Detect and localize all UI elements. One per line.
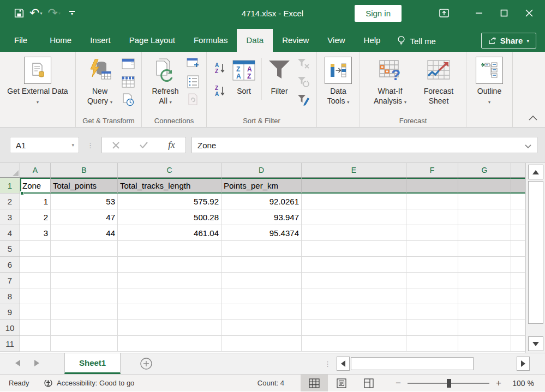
cell-A1[interactable]: Zone [20,178,51,194]
new-sheet-icon[interactable] [140,353,152,374]
cell-C8[interactable] [118,288,221,304]
cell-G9[interactable] [458,304,511,320]
save-icon[interactable] [14,8,24,18]
cell-C9[interactable] [118,304,221,320]
scroll-up-icon[interactable] [528,165,543,179]
cell-E6[interactable] [302,257,406,273]
row-header-10[interactable]: 10 [0,320,20,336]
row-header-3[interactable]: 3 [0,209,20,225]
cell-C11[interactable] [118,336,221,352]
cell-A2[interactable]: 1 [20,194,51,209]
cell-B4[interactable]: 44 [51,225,118,241]
vertical-scroll-thumb[interactable] [528,181,543,324]
sort-descending-icon[interactable]: ZA [213,84,227,98]
cell-H3[interactable] [511,209,525,225]
cell-H9[interactable] [511,304,525,320]
cell-C3[interactable]: 500.28 [118,209,221,225]
tab-formulas[interactable]: Formulas [184,29,237,52]
cell-E10[interactable] [302,320,406,336]
sheet-tab-sheet1[interactable]: Sheet1 [64,353,121,374]
cell-D7[interactable] [221,273,302,288]
maximize-button[interactable] [492,0,517,26]
cell-A11[interactable] [20,336,51,352]
expand-formula-bar-icon[interactable] [525,141,531,150]
cell-D8[interactable] [221,288,302,304]
column-header-G[interactable]: G [458,163,511,178]
cell-F1[interactable] [406,178,458,194]
cell-E7[interactable] [302,273,406,288]
cell-B10[interactable] [51,320,118,336]
cell-D3[interactable]: 93.947 [221,209,302,225]
page-layout-view-icon[interactable] [328,375,355,391]
close-button[interactable] [517,0,542,26]
cell-G8[interactable] [458,288,511,304]
cell-G3[interactable] [458,209,511,225]
cell-C5[interactable] [118,241,221,257]
cell-E1[interactable] [302,178,406,194]
cell-D11[interactable] [221,336,302,352]
cell-H6[interactable] [511,257,525,273]
cancel-icon[interactable] [108,138,124,152]
row-header-11[interactable]: 11 [0,336,20,352]
normal-view-icon[interactable] [301,375,328,391]
cell-C1[interactable]: Total_tracks_length [118,178,221,194]
cell-E3[interactable] [302,209,406,225]
row-header-4[interactable]: 4 [0,225,20,241]
name-box[interactable]: A1 ▾ [10,137,79,153]
cell-H7[interactable] [511,273,525,288]
cell-H8[interactable] [511,288,525,304]
row-header-9[interactable]: 9 [0,304,20,320]
zoom-in-icon[interactable]: + [492,378,506,389]
insert-function-icon[interactable]: fx [164,138,180,152]
cell-D10[interactable] [221,320,302,336]
column-header-A[interactable]: A [20,163,51,178]
cell-A4[interactable]: 3 [20,225,51,241]
enter-icon[interactable] [136,138,152,152]
recent-sources-icon[interactable] [121,93,135,107]
tab-bar-drag-handle[interactable]: ⋮ [324,353,331,374]
row-header-1[interactable]: 1 [0,178,20,194]
cell-A6[interactable] [20,257,51,273]
tab-view[interactable]: View [318,29,354,52]
column-header-C[interactable]: C [118,163,221,178]
from-table-icon[interactable] [121,75,135,89]
data-tools-button[interactable]: Data Tools ▾ [321,55,355,107]
cell-H11[interactable] [511,336,525,352]
cell-G1[interactable] [458,178,511,194]
previous-sheet-icon[interactable] [15,359,20,369]
customize-qat-icon[interactable]: ▾ [69,11,75,15]
cell-G7[interactable] [458,273,511,288]
accessibility-checker[interactable]: Accessibility: Good to go [44,378,134,388]
cell-C6[interactable] [118,257,221,273]
cell-H5[interactable] [511,241,525,257]
cell-G6[interactable] [458,257,511,273]
cell-C10[interactable] [118,320,221,336]
tab-page-layout[interactable]: Page Layout [120,29,184,52]
new-query-button[interactable]: New Query ▾ [80,55,119,107]
fill-handle[interactable] [20,191,24,195]
scroll-right-icon[interactable] [517,357,530,371]
cell-A9[interactable] [20,304,51,320]
tab-data[interactable]: Data [237,29,273,52]
next-sheet-icon[interactable] [34,359,39,369]
cell-F7[interactable] [406,273,458,288]
get-external-data-button[interactable]: Get External Data ▾ [4,55,71,107]
cell-E8[interactable] [302,288,406,304]
cell-B11[interactable] [51,336,118,352]
page-break-preview-icon[interactable] [355,375,382,391]
cell-H2[interactable] [511,194,525,209]
cell-E9[interactable] [302,304,406,320]
row-header-8[interactable]: 8 [0,288,20,304]
horizontal-scrollbar[interactable] [337,353,545,374]
cell-G5[interactable] [458,241,511,257]
tab-file[interactable]: File [1,29,40,52]
cell-A5[interactable] [20,241,51,257]
cell-F8[interactable] [406,288,458,304]
cell-E2[interactable] [302,194,406,209]
cell-B1[interactable]: Total_points [51,178,118,194]
cell-G11[interactable] [458,336,511,352]
share-button[interactable]: Share ▾ [481,33,536,49]
collapse-ribbon-icon[interactable] [529,113,537,123]
what-if-analysis-button[interactable]: ? What-If Analysis ▾ [364,55,416,107]
cell-E11[interactable] [302,336,406,352]
